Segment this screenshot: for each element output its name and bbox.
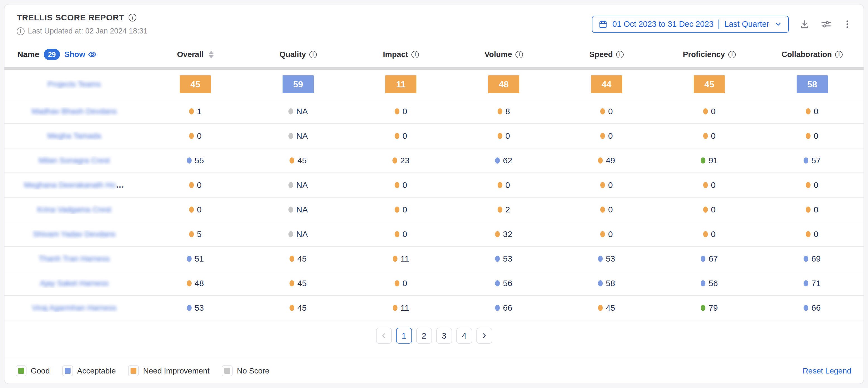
score-cell: 0 — [658, 107, 761, 116]
speed-info-icon[interactable] — [616, 51, 624, 58]
legend-label: No Score — [237, 366, 270, 376]
filter-settings-button[interactable] — [820, 19, 832, 30]
member-name-link[interactable]: Thanh Tran Harness — [38, 254, 110, 263]
volume-info-icon[interactable] — [516, 51, 523, 58]
team-name-link[interactable]: Projects Teams — [48, 80, 101, 89]
status-dot — [498, 133, 502, 139]
score-value: 66 — [503, 303, 512, 312]
member-name-link[interactable]: Krina Vadgama Crest — [37, 205, 111, 214]
status-dot — [395, 182, 399, 188]
column-label: Impact — [383, 50, 408, 59]
pagination-page-4[interactable]: 4 — [456, 328, 472, 344]
reset-legend-link[interactable]: Reset Legend — [803, 366, 851, 376]
score-cell: 66 — [761, 303, 864, 312]
score-value: NA — [296, 131, 308, 141]
score-cell: 0 — [658, 131, 761, 141]
score-value: 0 — [505, 180, 510, 190]
pagination: 1 2 3 4 — [4, 321, 864, 352]
score-cell: 48 — [144, 278, 247, 288]
score-value: 45 — [297, 156, 307, 165]
title-info-icon[interactable] — [129, 14, 136, 22]
score-cell: 45 — [555, 303, 658, 312]
pagination-page-1[interactable]: 1 — [396, 328, 412, 344]
score-cell: 0 — [761, 107, 864, 116]
score-cell: 0 — [555, 205, 658, 214]
score-value: 45 — [297, 303, 307, 312]
score-cell: 8 — [453, 107, 555, 116]
score-value: 71 — [811, 278, 820, 288]
show-names-toggle[interactable]: Show — [64, 50, 97, 59]
legend-label: Need Improvement — [143, 366, 210, 376]
member-name-link[interactable]: Shivam Yadav Devdans — [33, 230, 116, 239]
legend-item-need-improvement[interactable]: Need Improvement — [128, 365, 210, 376]
pagination-next-button[interactable] — [476, 328, 492, 344]
legend-label: Good — [31, 366, 50, 376]
quality-info-icon[interactable] — [309, 51, 317, 58]
status-dot — [600, 207, 605, 213]
score-badge: 48 — [488, 76, 519, 93]
score-cell: 69 — [761, 254, 864, 264]
score-cell: 53 — [144, 303, 247, 312]
member-name-link[interactable]: Milan Sonagra Crest — [38, 156, 110, 165]
legend-item-acceptable[interactable]: Acceptable — [62, 365, 116, 376]
member-name-link[interactable]: Megha Tamada — [48, 131, 101, 141]
legend-item-no-score[interactable]: No Score — [222, 365, 270, 376]
status-dot — [804, 280, 808, 287]
status-dot — [703, 108, 708, 115]
calendar-icon — [598, 20, 608, 29]
pagination-page-3[interactable]: 3 — [436, 328, 452, 344]
collaboration-info-icon[interactable] — [835, 51, 843, 58]
score-value: 23 — [400, 156, 409, 165]
date-range-picker[interactable]: 01 Oct 2023 to 31 Dec 2023 Last Quarter — [592, 16, 789, 33]
proficiency-info-icon[interactable] — [728, 51, 736, 58]
date-range-text: 01 Oct 2023 to 31 Dec 2023 — [613, 20, 714, 29]
score-cell: 55 — [144, 156, 247, 165]
status-dot — [395, 280, 399, 287]
name-cell: Madhav Bhash Devdans — [4, 107, 144, 116]
pagination-prev-button[interactable] — [376, 328, 392, 344]
score-cell: 23 — [349, 156, 453, 165]
member-name-link[interactable]: Ajay Saket Harness — [40, 279, 108, 288]
table-row: Shivam Yadav Devdans 5 NA 0 32 0 0 0 — [4, 222, 864, 247]
download-button[interactable] — [799, 19, 810, 30]
impact-info-icon[interactable] — [411, 51, 419, 58]
status-dot — [701, 305, 705, 311]
no-score-swatch — [224, 368, 230, 374]
column-header-overall[interactable]: Overall — [144, 50, 247, 59]
status-dot — [288, 182, 293, 188]
score-value: 0 — [197, 131, 202, 141]
status-dot — [598, 256, 603, 262]
member-name-link[interactable]: Meghana Deerakanath Ho — [24, 181, 116, 189]
member-name-link[interactable]: Madhav Bhash Devdans — [32, 107, 117, 116]
status-dot — [187, 280, 192, 287]
name-cell: Shivam Yadav Devdans — [4, 230, 144, 239]
score-cell: 67 — [658, 254, 761, 264]
title-row: TRELLIS SCORE REPORT — [17, 13, 148, 22]
status-dot — [806, 182, 810, 188]
table-row: Meghana Deerakanath Ho... 0 NA 0 0 0 0 0 — [4, 173, 864, 198]
column-header-speed: Speed — [555, 50, 658, 59]
score-cell: 0 — [349, 180, 453, 190]
table-header-row: Name 29 Show Overall Quality Impact Volu… — [4, 41, 864, 67]
status-dot — [289, 305, 294, 311]
pagination-page-2[interactable]: 2 — [416, 328, 432, 344]
score-value: 55 — [195, 156, 204, 165]
member-name-link[interactable]: Viraj Agarmhan Harness — [32, 303, 117, 312]
name-cell: Ajay Saket Harness — [4, 279, 144, 288]
legend-swatch-chip — [16, 365, 27, 376]
more-options-button[interactable] — [842, 19, 852, 29]
score-value: 0 — [711, 180, 716, 190]
score-badge: 58 — [797, 76, 828, 93]
show-label: Show — [64, 50, 85, 59]
score-value: 0 — [814, 180, 818, 190]
legend-item-good[interactable]: Good — [16, 365, 50, 376]
score-value: NA — [296, 107, 308, 116]
score-value: 0 — [814, 131, 818, 141]
sort-icon[interactable] — [209, 51, 214, 58]
status-dot — [495, 305, 500, 311]
score-cell: 0 — [555, 107, 658, 116]
score-value: 0 — [402, 107, 407, 116]
score-value: 79 — [709, 303, 718, 312]
score-cell: 11 — [349, 254, 453, 264]
status-dot — [600, 133, 605, 139]
